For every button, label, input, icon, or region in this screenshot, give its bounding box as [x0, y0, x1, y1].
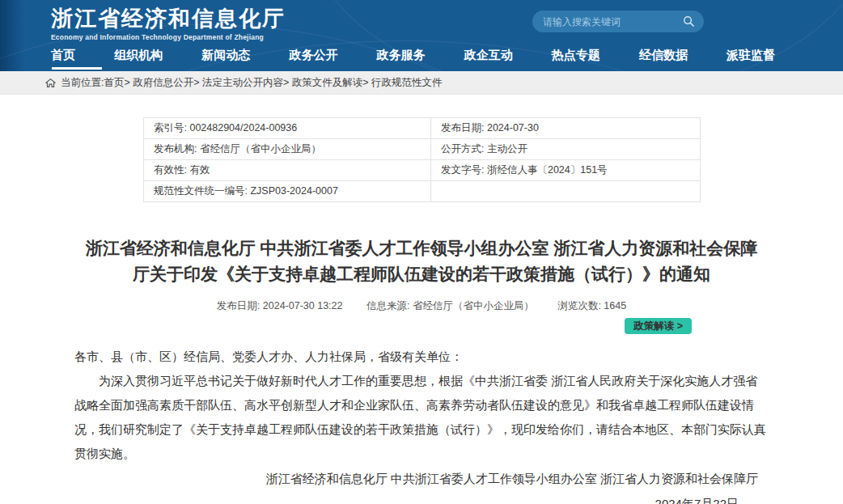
nav-item-gov-service[interactable]: 政务服务	[377, 44, 426, 71]
meta-publish-date: 发布日期: 2024-07-30 13:22	[217, 300, 343, 311]
nav-item-data[interactable]: 经信数据	[639, 44, 688, 71]
nav-item-topics[interactable]: 热点专题	[552, 44, 600, 71]
info-validity: 有效性: 有效	[144, 160, 431, 181]
info-document-number: 发文字号: 浙经信人事〔2024〕151号	[431, 160, 701, 181]
nav-item-supervision[interactable]: 派驻监督	[727, 44, 775, 71]
site-subtitle: Economy and Information Technology Depar…	[51, 33, 286, 41]
main-nav: 首页 组织机构 新闻动态 政务公开 政务服务 政企互动 热点专题 经信数据 派驻…	[0, 44, 843, 71]
signature-date: 2024年7月22日	[74, 495, 769, 504]
info-unified-number: 规范性文件统一编号: ZJSP03-2024-0007	[144, 181, 431, 202]
info-publish-date: 发布日期: 2024-07-30	[431, 118, 701, 139]
table-row: 规范性文件统一编号: ZJSP03-2024-0007	[144, 181, 701, 202]
search-icon[interactable]	[683, 15, 695, 28]
meta-source: 信息来源: 省经信厅（省中小企业局）	[366, 300, 534, 311]
nav-item-news[interactable]: 新闻动态	[201, 44, 250, 71]
info-empty-cell	[431, 181, 701, 202]
site-header: 浙江省经济和信息化厅 Economy and Information Techn…	[0, 0, 843, 71]
nav-item-gov-info[interactable]: 政务公开	[289, 44, 337, 71]
search-input[interactable]	[541, 15, 683, 28]
policy-interpretation-button[interactable]: 政策解读 >	[625, 318, 692, 334]
table-row: 有效性: 有效 发文字号: 浙经信人事〔2024〕151号	[144, 160, 701, 181]
document-info-table: 索引号: 002482904/2024-00936 发布日期: 2024-07-…	[143, 117, 701, 202]
search-box[interactable]	[532, 11, 704, 32]
site-logo[interactable]: 浙江省经济和信息化厅 Economy and Information Techn…	[51, 6, 286, 41]
table-row: 发布机构: 省经信厅（省中小企业局） 公开方式: 主动公开	[144, 139, 701, 160]
nav-item-interaction[interactable]: 政企互动	[464, 44, 513, 71]
body-paragraph: 为深入贯彻习近平总书记关于做好新时代人才工作的重要思想，根据《中共浙江省委 浙江…	[74, 369, 769, 466]
page-title: 浙江省经济和信息化厅 中共浙江省委人才工作领导小组办公室 浙江省人力资源和社会保…	[74, 235, 769, 287]
home-icon	[45, 78, 56, 88]
site-title: 浙江省经济和信息化厅	[51, 6, 286, 31]
policy-button-row: 政策解读 >	[74, 318, 769, 334]
info-disclosure-method: 公开方式: 主动公开	[431, 139, 701, 160]
breadcrumb: 当前位置:首页> 政府信息公开> 法定主动公开内容> 政策文件及解读> 行政规范…	[0, 71, 843, 95]
table-row: 索引号: 002482904/2024-00936 发布日期: 2024-07-…	[144, 118, 701, 139]
signature-line: 浙江省经济和信息化厅 中共浙江省委人才工作领导小组办公室 浙江省人力资源和社会保…	[74, 470, 769, 488]
breadcrumb-text[interactable]: 当前位置:首页> 政府信息公开> 法定主动公开内容> 政策文件及解读> 行政规范…	[61, 76, 443, 90]
info-publisher: 发布机构: 省经信厅（省中小企业局）	[144, 139, 431, 160]
salutation-paragraph: 各市、县（市、区）经信局、党委人才办、人力社保局，省级有关单位：	[74, 345, 769, 369]
article-body: 各市、县（市、区）经信局、党委人才办、人力社保局，省级有关单位： 为深入贯彻习近…	[74, 345, 769, 466]
document-page: 索引号: 002482904/2024-00936 发布日期: 2024-07-…	[74, 117, 769, 504]
nav-item-home[interactable]: 首页	[51, 44, 75, 71]
info-index-number: 索引号: 002482904/2024-00936	[144, 118, 431, 139]
article-meta: 发布日期: 2024-07-30 13:22 信息来源: 省经信厅（省中小企业局…	[74, 299, 769, 313]
nav-item-organization[interactable]: 组织机构	[114, 44, 163, 71]
meta-view-count: 浏览次数: 1645	[557, 300, 626, 311]
